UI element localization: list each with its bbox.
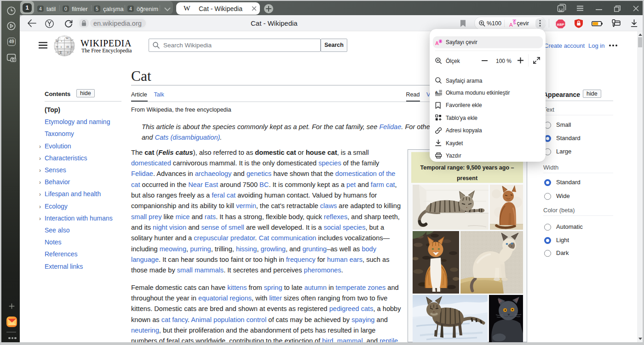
svg-text:W: W <box>66 36 69 40</box>
svg-text:文: 文 <box>59 51 63 55</box>
svg-text:A: A <box>435 40 439 46</box>
svg-text:ı: ı <box>61 39 62 42</box>
svg-text:i: i <box>61 45 62 49</box>
svg-text:A: A <box>435 90 438 95</box>
svg-text:Π: Π <box>66 45 69 49</box>
svg-text:A: A <box>509 22 513 27</box>
svg-text:Ω: Ω <box>56 39 58 43</box>
svg-text:ABP: ABP <box>557 23 564 27</box>
svg-text:11: 11 <box>71 45 74 48</box>
svg-text:ω: ω <box>56 45 58 48</box>
svg-text:ʷ: ʷ <box>71 39 73 42</box>
